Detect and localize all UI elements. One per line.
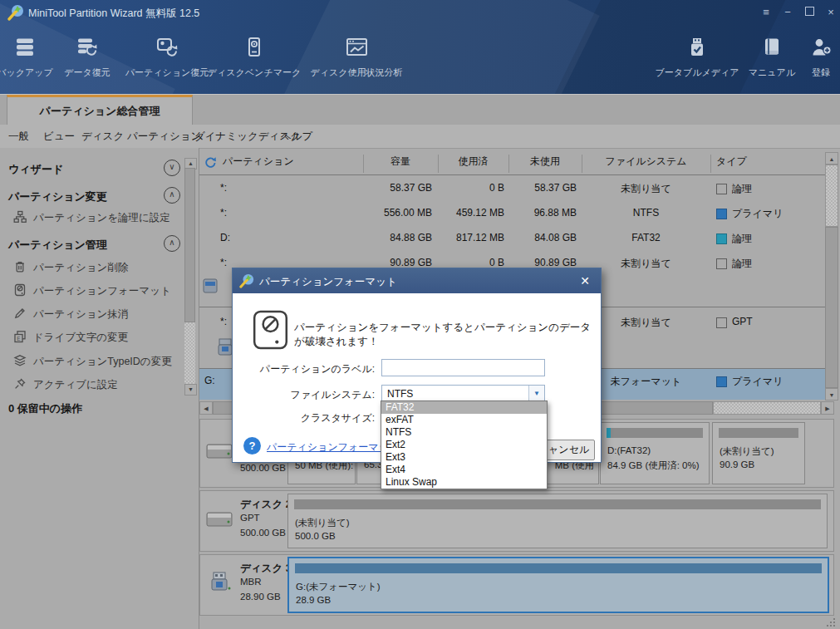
layers-icon xyxy=(13,354,27,370)
chevron-down-icon[interactable]: ∨ xyxy=(164,160,180,176)
sidebar-scrollbar-thumb[interactable] xyxy=(184,168,195,322)
col-header-used[interactable]: 使用済 xyxy=(438,155,508,169)
app-window: MiniTool Partition Wizard 無料版 12.5 ≡ − ×… xyxy=(0,0,840,629)
window-title: MiniTool Partition Wizard 無料版 12.5 xyxy=(28,7,199,21)
menu-disk[interactable]: ディスク xyxy=(81,130,124,144)
help-icon[interactable]: ? xyxy=(243,437,261,455)
table-scrollbar-track[interactable] xyxy=(825,165,838,227)
sidebar-item-set-logical[interactable]: パーティションを論理に設定 xyxy=(13,210,170,226)
col-header-capacity[interactable]: 容量 xyxy=(363,155,438,169)
col-header-unused[interactable]: 未使用 xyxy=(508,155,582,169)
dropdown-option-ext2[interactable]: Ext2 xyxy=(381,439,547,451)
type-swatch xyxy=(716,376,727,387)
segment-usage-bar xyxy=(607,428,703,438)
disk3-size: 28.90 GB xyxy=(240,592,281,602)
partition-label-input[interactable] xyxy=(381,359,545,376)
disk2-segment-unallocated[interactable]: (未割り当て) 500.0 GB xyxy=(287,494,828,548)
dropdown-option-exfat[interactable]: exFAT xyxy=(381,414,547,426)
h-scrollbar-track[interactable] xyxy=(713,401,821,415)
tab-partition-management[interactable]: パーティション総合管理 xyxy=(7,95,193,125)
table-scrollbar-thumb[interactable] xyxy=(825,227,838,388)
chevron-up-icon[interactable]: ∧ xyxy=(164,235,180,252)
type-swatch xyxy=(716,209,727,219)
disk1-size: 500.00 GB xyxy=(240,463,286,473)
filesystem-dropdown-list: FAT32 exFAT NTFS Ext2 Ext3 Ext4 Linux Sw… xyxy=(381,400,548,489)
disk1-segment-unallocated[interactable]: (未割り当て) 90.9 GB xyxy=(712,422,805,484)
scroll-right-icon[interactable]: ▶ xyxy=(821,401,834,415)
column-divider xyxy=(363,155,364,173)
filesystem-label: ファイルシステム: xyxy=(233,388,375,402)
col-header-partition[interactable]: パーティション xyxy=(223,155,294,169)
sidebar-section-partition-manage[interactable]: パーティション管理 xyxy=(8,238,107,253)
dropdown-option-fat32[interactable]: FAT32 xyxy=(381,401,547,414)
dropdown-option-linux-swap[interactable]: Linux Swap xyxy=(381,476,547,489)
disk2-size: 500.00 GB xyxy=(240,528,286,538)
menu-view[interactable]: ビュー xyxy=(43,130,75,144)
dropdown-option-ext4[interactable]: Ext4 xyxy=(381,464,547,476)
sidebar-item-delete-partition[interactable]: パーティション削除 xyxy=(13,260,128,276)
minimize-icon[interactable]: − xyxy=(779,5,796,20)
filesystem-combobox[interactable]: NTFS ▼ xyxy=(381,385,545,402)
partition-label-label: パーティションのラベル: xyxy=(233,362,375,376)
resize-grip[interactable] xyxy=(827,618,837,628)
close-icon[interactable]: × xyxy=(823,5,839,20)
segment-usage-bar xyxy=(295,563,822,573)
format-warning-icon xyxy=(253,310,289,353)
svg-text:E: E xyxy=(17,336,21,342)
sidebar-item-change-drive-letter[interactable]: E ドライブ文字の変更 xyxy=(13,330,128,346)
type-swatch xyxy=(716,317,727,328)
hdd-icon xyxy=(206,441,233,464)
maximize-icon[interactable] xyxy=(801,5,818,20)
sidebar-section-wizard[interactable]: ウィザード xyxy=(8,162,63,177)
column-divider xyxy=(582,155,582,173)
menu-general[interactable]: 一般 xyxy=(8,130,29,144)
pending-operations-label: 0 保留中の操作 xyxy=(8,401,82,416)
refresh-icon[interactable] xyxy=(204,156,217,172)
combo-dropdown-icon[interactable]: ▼ xyxy=(528,386,544,401)
menu-help[interactable]: ヘルプ xyxy=(281,130,312,144)
segment-usage-bar xyxy=(294,499,821,509)
toolbar-disk-usage-analysis[interactable]: ディスク使用状況分析 xyxy=(302,37,410,79)
disk2-name: ディスク 2 xyxy=(240,498,292,512)
scroll-down-icon[interactable]: ▼ xyxy=(825,388,838,400)
dropdown-option-ntfs[interactable]: NTFS xyxy=(381,426,547,439)
disk3-segment-g-selected[interactable]: G:(未フォーマット) 28.9 GB xyxy=(287,557,829,613)
column-divider xyxy=(508,155,509,173)
sidebar-item-change-typeid[interactable]: パーティションTypeIDの変更 xyxy=(13,354,172,370)
disk-row-icon xyxy=(202,277,219,298)
sidebar-scrollbar-track[interactable] xyxy=(184,322,195,384)
cluster-size-label: クラスタサイズ: xyxy=(233,411,375,425)
sidebar-item-format-partition[interactable]: パーティションフォーマット xyxy=(13,283,171,299)
disk3-type: MBR xyxy=(240,577,262,587)
disk-benchmark-icon xyxy=(200,37,308,61)
scroll-up-icon[interactable]: ▲ xyxy=(825,152,838,165)
dialog-titlebar[interactable]: パーティションフォーマット ✕ xyxy=(233,268,601,293)
dialog-title: パーティションフォーマット xyxy=(259,275,397,289)
chevron-up-icon[interactable]: ∧ xyxy=(164,187,180,204)
sidebar-item-set-active[interactable]: アクティブに設定 xyxy=(13,377,118,393)
menu-partition[interactable]: パーティション xyxy=(127,130,201,144)
menu-bar: 一般 ビュー ディスク パーティション ダイナミックディスク ヘルプ xyxy=(0,125,840,149)
disk1-segment-d-fat32[interactable]: D:(FAT32) 84.9 GB (使用済: 0%) xyxy=(600,422,710,484)
scroll-down-icon[interactable]: ▼ xyxy=(184,384,197,396)
sidebar-item-wipe-partition[interactable]: パーティション抹消 xyxy=(13,307,128,322)
toolbar-register[interactable]: 登録 xyxy=(767,37,840,79)
disk2-type: GPT xyxy=(240,513,260,523)
filesystem-value: NTFS xyxy=(387,388,413,400)
window-menu-icon[interactable]: ≡ xyxy=(758,5,774,20)
close-icon[interactable]: ✕ xyxy=(577,273,592,288)
dialog-warning-text: パーティションをフォーマットするとパーティションのデータが破壊されます！ xyxy=(294,321,593,349)
hdd-icon xyxy=(206,509,233,533)
format-partition-icon xyxy=(13,283,27,299)
sidebar-section-partition-change[interactable]: パーティション変更 xyxy=(8,189,107,204)
disk3-name: ディスク 3 xyxy=(240,562,292,576)
sidebar: ウィザード ∨ パーティション変更 ∧ パーティションを論理に設定 パーティショ… xyxy=(0,148,199,629)
dropdown-option-ext3[interactable]: Ext3 xyxy=(381,451,547,464)
col-header-filesystem[interactable]: ファイルシステム xyxy=(582,155,710,169)
disk-row-icon xyxy=(217,338,233,360)
col-header-type[interactable]: タイプ xyxy=(716,155,747,169)
scroll-left-icon[interactable]: ◀ xyxy=(199,401,213,415)
toolbar-disk-benchmark[interactable]: ディスクベンチマーク xyxy=(200,37,308,79)
hierarchy-icon xyxy=(13,210,27,226)
column-divider xyxy=(438,155,439,173)
